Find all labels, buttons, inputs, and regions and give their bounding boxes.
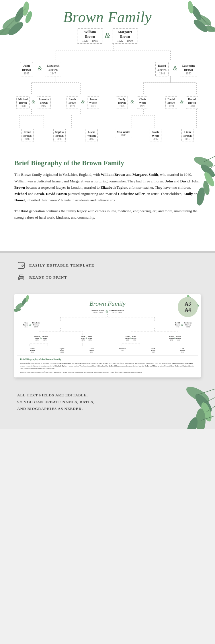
- gen2-person3: DavidBrown 1948: [153, 62, 171, 76]
- print-info-item: READY TO PRINT: [17, 273, 204, 281]
- preview-section: A3 A4: [0, 291, 215, 386]
- biography-section: Brief Biography of the Brown Family The …: [0, 151, 215, 240]
- bio-paragraph-1: The Brown family originated in Yorkshire…: [14, 171, 201, 203]
- mini-gen4: EthanBrown2000 SophiaBrown2003 LucasWils…: [17, 348, 198, 353]
- gen1-person1: William Brown 1920 – 1985: [77, 28, 103, 44]
- gen2-couple-left: JohnBrown 1945 & ElizabethBrown 1947: [17, 62, 62, 76]
- mini-conn-3: [17, 342, 198, 347]
- gen3-couple-1: MichaelBrown 1970 & AmandaBrown 1972: [15, 96, 51, 109]
- gen4-person-noah: NoahWhite 2007: [147, 129, 164, 142]
- bio-title: Brief Biography of the Brown Family: [14, 159, 201, 167]
- gen4-person-mia: Mia White 2005: [115, 129, 132, 142]
- footer-text-line2: SO YOU CAN UPDATE NAMES, DATES,: [17, 399, 198, 405]
- gen3-couple-4: DanielBrown 1978 & RachelBrown 1980: [164, 96, 200, 109]
- svg-line-45: [204, 156, 215, 162]
- footer-text-line3: AND BIOGRAPHIES AS NEEDED.: [17, 405, 198, 412]
- gen1-couple: William Brown 1920 – 1985 & Margaret Bro…: [77, 28, 138, 44]
- mini-gen2: JohnBrown1945 & ElizabethBrown1947 David…: [17, 322, 198, 328]
- svg-line-49: [21, 266, 22, 266]
- svg-point-89: [184, 416, 200, 429]
- gen1-person2: Margaret Brown 1922 – 1990: [112, 28, 138, 44]
- gen2-couple-right: DavidBrown 1948 & CatherineBrown 1950: [153, 62, 198, 76]
- svg-line-46: [208, 165, 215, 171]
- gen4-person-lucas: LucasWilson 2002: [83, 129, 100, 142]
- generation-2-row: JohnBrown 1945 & ElizabethBrown 1947 Dav…: [6, 62, 209, 76]
- family-tree-section: Brown Family William Brown 1920 – 1985 &…: [0, 0, 215, 251]
- svg-rect-52: [19, 278, 23, 280]
- editable-label: EASILY EDITABLE TEMPLATE: [29, 263, 94, 268]
- svg-line-90: [198, 389, 215, 395]
- svg-point-42: [202, 171, 215, 188]
- bio-paragraph-2: The third generation continues the famil…: [14, 208, 201, 221]
- svg-point-41: [199, 163, 215, 179]
- connector-gen1-gen2: [6, 44, 209, 61]
- edit-icon: [17, 261, 25, 269]
- svg-line-92: [206, 406, 215, 412]
- mini-title: Brown Family: [17, 296, 198, 309]
- tree-container: William Brown 1920 – 1985 & Margaret Bro…: [0, 28, 215, 151]
- size-badge-a3: A3: [185, 301, 191, 307]
- template-info-section: EASILY EDITABLE TEMPLATE READY TO PRINT: [0, 253, 215, 291]
- editable-info-item: EASILY EDITABLE TEMPLATE: [17, 261, 204, 269]
- gen2-person1: JohnBrown 1945: [17, 62, 36, 76]
- footer-section: ALL TEXT FIELDS ARE EDITABLE, SO YOU CAN…: [0, 386, 215, 429]
- size-badge: A3 A4: [178, 297, 198, 317]
- mini-conn-2: [17, 328, 198, 335]
- preview-card: Brown Family William Brown1920 – 1985 & …: [14, 294, 201, 377]
- gen3-amp2: &: [81, 99, 85, 105]
- gen3-amp4: &: [179, 99, 184, 105]
- svg-rect-47: [18, 262, 24, 269]
- svg-line-91: [204, 398, 215, 403]
- print-label: READY TO PRINT: [29, 275, 67, 280]
- connector-gen2-gen3: [6, 76, 209, 95]
- gen4-person-liam: LiamBrown 2010: [179, 129, 196, 142]
- mini-gen3: MichaelBrown1970 & AmandaBrown1972 Sarah…: [17, 336, 198, 341]
- svg-point-53: [23, 277, 24, 278]
- gen3-amp1: &: [31, 99, 36, 105]
- gen4-person-ethan: EthanBrown 2000: [19, 129, 36, 142]
- generation-4-row: EthanBrown 2000 SophiaBrown 2003 LucasWi…: [6, 129, 209, 142]
- connector-gen3-gen4: [6, 109, 209, 128]
- generation-3-row: MichaelBrown 1970 & AmandaBrown 1972 Sar…: [6, 96, 209, 109]
- gen3-couple-2: SarahBrown 1973 & JamesWilson 1971: [65, 96, 101, 109]
- gen3-amp3: &: [130, 99, 134, 105]
- footer-text-line1: ALL TEXT FIELDS ARE EDITABLE,: [17, 392, 198, 398]
- generation-1-row: William Brown 1920 – 1985 & Margaret Bro…: [6, 28, 209, 44]
- gen2-ampersand-right: &: [172, 65, 178, 72]
- print-icon: [17, 273, 25, 281]
- svg-point-43: [202, 180, 210, 196]
- gen4-person-sophia: SophiaBrown 2003: [51, 129, 68, 142]
- mini-conn-1: [17, 314, 198, 321]
- svg-point-87: [199, 401, 214, 423]
- gen3-couple-3: EmilyBrown 1975 & ChrisWhite 1973: [114, 96, 150, 109]
- gen2-person4: CatherineBrown 1950: [179, 62, 198, 76]
- size-badge-a4: A4: [185, 307, 191, 313]
- family-title: Brown Family: [0, 0, 215, 26]
- svg-line-93: [201, 416, 214, 421]
- mini-bio: Brief Biography of the Brown Family The …: [17, 355, 198, 376]
- gen2-ampersand-left: &: [37, 65, 43, 72]
- gen2-person2: ElizabethBrown 1947: [44, 62, 62, 76]
- gen1-ampersand: &: [104, 31, 111, 40]
- mini-gen1: William Brown1920 – 1985 & Margaret Brow…: [17, 309, 198, 314]
